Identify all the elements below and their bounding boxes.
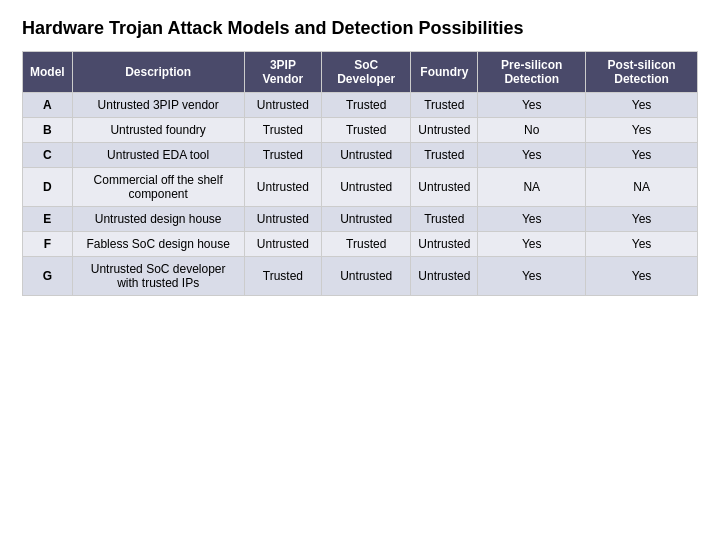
cell-pip-vendor: Untrusted <box>244 207 322 232</box>
table-row: CUntrusted EDA toolTrustedUntrustedTrust… <box>23 143 698 168</box>
cell-foundry: Untrusted <box>411 118 478 143</box>
cell-soc-dev: Untrusted <box>322 143 411 168</box>
cell-model: B <box>23 118 73 143</box>
table-header-row: Model Description 3PIP Vendor SoC Develo… <box>23 52 698 93</box>
cell-post-silicon: Yes <box>586 93 698 118</box>
cell-foundry: Trusted <box>411 207 478 232</box>
table-row: GUntrusted SoC developer with trusted IP… <box>23 257 698 296</box>
cell-soc-dev: Untrusted <box>322 257 411 296</box>
col-header-soc-dev: SoC Developer <box>322 52 411 93</box>
col-header-post-silicon: Post-silicon Detection <box>586 52 698 93</box>
cell-pre-silicon: NA <box>478 168 586 207</box>
col-header-pre-silicon: Pre-silicon Detection <box>478 52 586 93</box>
col-header-model: Model <box>23 52 73 93</box>
cell-model: C <box>23 143 73 168</box>
cell-description: Untrusted SoC developer with trusted IPs <box>72 257 244 296</box>
cell-post-silicon: Yes <box>586 118 698 143</box>
table-row: DCommercial off the shelf componentUntru… <box>23 168 698 207</box>
table-row: BUntrusted foundryTrustedTrustedUntruste… <box>23 118 698 143</box>
cell-foundry: Untrusted <box>411 168 478 207</box>
table-row: FFabless SoC design houseUntrustedTruste… <box>23 232 698 257</box>
cell-pre-silicon: Yes <box>478 232 586 257</box>
cell-pre-silicon: Yes <box>478 93 586 118</box>
cell-model: D <box>23 168 73 207</box>
page-title: Hardware Trojan Attack Models and Detect… <box>22 18 698 39</box>
cell-post-silicon: NA <box>586 168 698 207</box>
cell-description: Untrusted design house <box>72 207 244 232</box>
cell-post-silicon: Yes <box>586 232 698 257</box>
cell-model: A <box>23 93 73 118</box>
cell-foundry: Trusted <box>411 93 478 118</box>
cell-foundry: Untrusted <box>411 257 478 296</box>
cell-soc-dev: Untrusted <box>322 207 411 232</box>
cell-pip-vendor: Trusted <box>244 118 322 143</box>
cell-foundry: Trusted <box>411 143 478 168</box>
cell-model: E <box>23 207 73 232</box>
cell-pip-vendor: Untrusted <box>244 168 322 207</box>
cell-post-silicon: Yes <box>586 207 698 232</box>
main-table: Model Description 3PIP Vendor SoC Develo… <box>22 51 698 296</box>
cell-model: F <box>23 232 73 257</box>
page-container: Hardware Trojan Attack Models and Detect… <box>0 0 720 306</box>
cell-post-silicon: Yes <box>586 143 698 168</box>
col-header-pip-vendor: 3PIP Vendor <box>244 52 322 93</box>
cell-model: G <box>23 257 73 296</box>
cell-post-silicon: Yes <box>586 257 698 296</box>
cell-description: Untrusted EDA tool <box>72 143 244 168</box>
cell-pip-vendor: Trusted <box>244 143 322 168</box>
cell-soc-dev: Trusted <box>322 93 411 118</box>
cell-description: Untrusted foundry <box>72 118 244 143</box>
cell-soc-dev: Trusted <box>322 118 411 143</box>
cell-foundry: Untrusted <box>411 232 478 257</box>
table-row: AUntrusted 3PIP vendorUntrustedTrustedTr… <box>23 93 698 118</box>
cell-soc-dev: Untrusted <box>322 168 411 207</box>
col-header-foundry: Foundry <box>411 52 478 93</box>
cell-pre-silicon: Yes <box>478 257 586 296</box>
cell-description: Fabless SoC design house <box>72 232 244 257</box>
cell-pip-vendor: Untrusted <box>244 93 322 118</box>
cell-soc-dev: Trusted <box>322 232 411 257</box>
col-header-description: Description <box>72 52 244 93</box>
cell-description: Untrusted 3PIP vendor <box>72 93 244 118</box>
cell-pip-vendor: Trusted <box>244 257 322 296</box>
table-row: EUntrusted design houseUntrustedUntruste… <box>23 207 698 232</box>
cell-description: Commercial off the shelf component <box>72 168 244 207</box>
cell-pip-vendor: Untrusted <box>244 232 322 257</box>
cell-pre-silicon: No <box>478 118 586 143</box>
cell-pre-silicon: Yes <box>478 143 586 168</box>
cell-pre-silicon: Yes <box>478 207 586 232</box>
